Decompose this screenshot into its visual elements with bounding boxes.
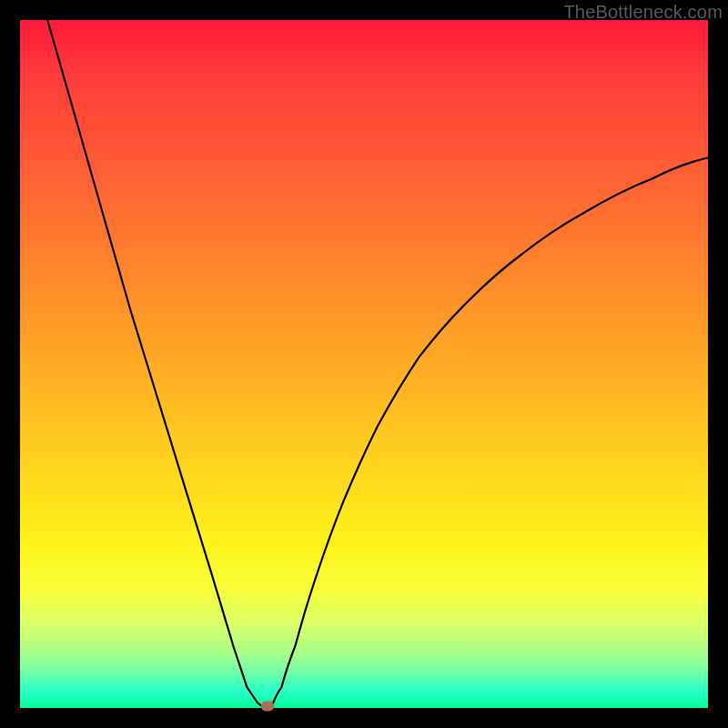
plot-area bbox=[20, 20, 708, 708]
optimal-marker bbox=[261, 702, 274, 712]
bottleneck-curve bbox=[20, 20, 708, 708]
curve-path bbox=[47, 20, 708, 708]
watermark-text: TheBottleneck.com bbox=[563, 2, 723, 23]
chart-frame: TheBottleneck.com bbox=[0, 0, 728, 728]
